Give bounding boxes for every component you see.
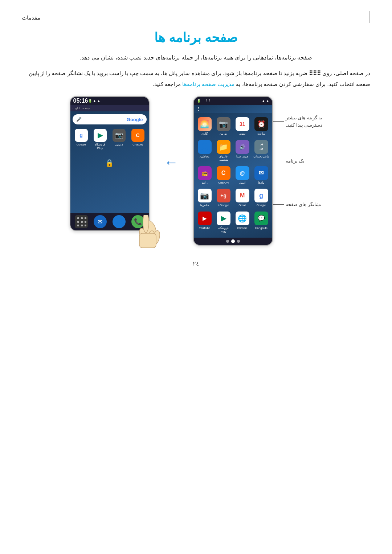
right-app-play[interactable]: ▶ فروشگاه Play	[91, 127, 109, 151]
top-header: مقدمات	[22, 11, 370, 23]
app-messages[interactable]: ✉ پیام‌ها	[253, 165, 270, 186]
page-dot-3[interactable]	[226, 240, 229, 243]
app-files[interactable]: 📁 فایلهای شخصی	[215, 139, 232, 163]
app-chrome[interactable]: 🌐 Chrome	[234, 210, 251, 235]
app-youtube[interactable]: ▶ YouTube	[196, 210, 213, 235]
left-phone-mockup: ▲ ▲ ⋮⋮⋮ 🔋 ⋮ ⏰ ساعت	[193, 96, 273, 246]
app-email[interactable]: @ ایمیل	[234, 165, 251, 186]
more-options-icon[interactable]: ⋮	[196, 106, 201, 112]
right-phone-time: 05:16	[73, 98, 88, 104]
dock-apps-grid[interactable]	[73, 215, 90, 228]
right-app-camera[interactable]: 📷 دوربین	[110, 127, 128, 151]
google-bar-text: Google	[127, 117, 143, 122]
dock-messages[interactable]: ✉	[91, 215, 109, 228]
right-phone-home-screen: Google 🎤 C ChatON 📷 دوربین	[70, 111, 149, 213]
breadcrumb: مقدمات	[22, 15, 40, 21]
app-hangouts[interactable]: 💬 Hangouts	[253, 210, 270, 235]
app-googleplus[interactable]: g+ Google+	[215, 187, 232, 209]
lock-icon-area: 🔒	[73, 159, 147, 167]
annotation-one-app: یک برنامه	[273, 157, 323, 165]
lock-icon: 🔒	[105, 159, 114, 167]
app-camera[interactable]: 📷 دوربین	[215, 116, 232, 137]
app-calc[interactable]: +-×÷ ماشین‌حساب	[253, 139, 270, 163]
page-title: صفحه برنامه ها	[22, 30, 370, 45]
app-contacts[interactable]: 👤 مخاطبین	[196, 139, 213, 163]
google-search-bar[interactable]: Google 🎤	[73, 114, 147, 124]
left-phone-grid: ⏰ ساعت 31 تقویم 📷 دوربین 🌅	[194, 113, 272, 238]
app-photos[interactable]: 📷 عکس‌ها	[196, 187, 213, 209]
page-title-section: صفحه برنامه ها	[22, 30, 370, 45]
page-number: ٢٤	[22, 260, 370, 267]
right-app-chaton[interactable]: C ChatON	[129, 127, 147, 151]
app-google[interactable]: g Google	[253, 187, 270, 209]
annotation-page-indicators: نشانگر های صفحه	[273, 201, 323, 208]
app-grid: ⏰ ساعت 31 تقویم 📷 دوربین 🌅	[196, 116, 270, 235]
diagrams-row: به گزینه های بیشتردسترسی پیدا کنید. یک ب…	[22, 96, 370, 246]
link-text[interactable]: مدیریت صفحه برنامه‌ها	[182, 81, 234, 87]
right-phone-date-bar: جمعه، ۱ اوت	[70, 105, 149, 111]
app-gmail[interactable]: M Gmail	[234, 187, 251, 209]
left-phone-options-bar: ⋮	[194, 105, 272, 113]
right-app-google[interactable]: g Google	[73, 127, 90, 151]
right-phone-mockup: ▲ ▲ 🔋 05:16 جمعه، ۱ اوت Google 🎤	[70, 96, 150, 231]
left-arrow-icon: ←	[164, 154, 179, 171]
app-clock[interactable]: ⏰ ساعت	[253, 116, 270, 137]
right-phone-date: جمعه، ۱ اوت	[73, 106, 90, 110]
right-phone-section: ▲ ▲ 🔋 05:16 جمعه، ۱ اوت Google 🎤	[70, 96, 150, 231]
phone-dots-bar	[194, 238, 272, 245]
main-description: صفحه برنامه‌ها، نمادهایی را برای همه برن…	[22, 52, 370, 63]
annotation-more-options: به گزینه های بیشتردسترسی پیدا کنید.	[273, 114, 323, 128]
right-phone-status-bar: ▲ ▲ 🔋 05:16	[70, 97, 149, 105]
app-calendar[interactable]: 31 تقویم	[234, 116, 251, 137]
microphone-icon[interactable]: 🎤	[76, 117, 82, 122]
hand-cursor	[131, 215, 160, 253]
svg-point-4	[143, 215, 149, 233]
sub-description: در صفحه اصلی، روی ⠿⠿⠿ ضربه بزنید تا صفحه…	[22, 68, 370, 90]
page-container: مقدمات صفحه برنامه ها صفحه برنامه‌ها، نم…	[0, 0, 392, 554]
left-annotations: به گزینه های بیشتردسترسی پیدا کنید. یک ب…	[273, 96, 323, 215]
app-radio[interactable]: 📻 رادیو	[196, 165, 213, 186]
app-gallery[interactable]: 🌅 گالری	[196, 116, 213, 137]
app-play[interactable]: ▶ فروشگاه Play	[215, 210, 232, 235]
page-dot-2[interactable]	[231, 239, 235, 243]
sub-desc-text: در صفحه اصلی، روی ⠿⠿⠿ ضربه بزنید تا صفحه…	[29, 70, 370, 87]
left-phone-status-bar: ▲ ▲ ⋮⋮⋮ 🔋	[194, 97, 272, 105]
page-dot-1[interactable]	[237, 240, 240, 243]
right-phone-app-row: C ChatON 📷 دوربین ▶ فروشگاه Play g	[73, 127, 147, 151]
right-phone-status-icons: ▲ ▲ 🔋	[88, 99, 101, 103]
app-sound[interactable]: 🔊 ضبط صدا	[234, 139, 251, 163]
dock-contacts[interactable]: 👤	[110, 215, 128, 228]
app-chaton[interactable]: C ChatON	[215, 165, 232, 186]
arrow-between-phones: ←	[160, 154, 182, 171]
left-section: به گزینه های بیشتردسترسی پیدا کنید. یک ب…	[193, 96, 323, 246]
svg-rect-5	[139, 233, 156, 248]
